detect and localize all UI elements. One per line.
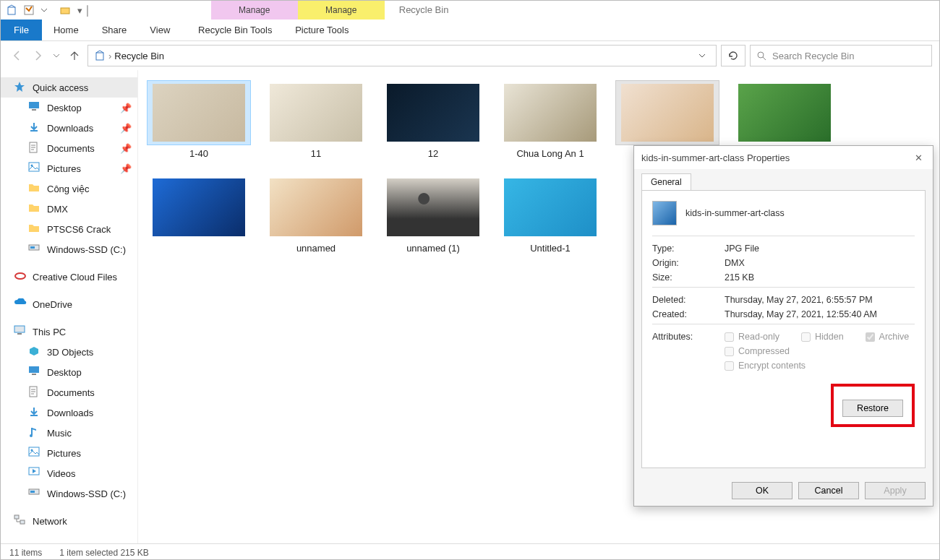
file-list[interactable]: 1-40 11 12 Chua Long An 1 kid unnamed un… — [138, 70, 939, 543]
status-selection: 1 item selected 215 KB — [59, 548, 148, 558]
file-item[interactable]: 1-40 — [147, 80, 251, 159]
tab-share[interactable]: Share — [90, 20, 139, 40]
sidebar-pictures2[interactable]: Pictures — [1, 443, 137, 463]
tab-home[interactable]: Home — [42, 20, 90, 40]
pin-icon: 📌 — [120, 163, 132, 174]
quick-access-toolbar: ▾ │ — [1, 1, 95, 20]
3d-icon — [28, 345, 41, 358]
desktop-icon — [28, 366, 41, 379]
search-placeholder: Search Recycle Bin — [772, 51, 854, 61]
sidebar-videos[interactable]: Videos — [1, 463, 137, 483]
address-bar[interactable]: › Recycle Bin — [87, 45, 717, 66]
sidebar-downloads[interactable]: Downloads📌 — [1, 118, 137, 138]
download-icon — [28, 406, 41, 419]
sidebar-winssd[interactable]: Windows-SSD (C:) — [1, 239, 137, 259]
folder-icon — [28, 223, 41, 236]
sidebar-winssd2[interactable]: Windows-SSD (C:) — [1, 483, 137, 504]
tab-file[interactable]: File — [1, 20, 42, 40]
properties-dialog: kids-in-summer-art-class Properties ✕ Ge… — [633, 145, 933, 507]
sidebar-documents2[interactable]: Documents — [1, 382, 137, 402]
attr-hidden: Hidden — [801, 332, 844, 342]
navigation-pane: Quick access Desktop📌 Downloads📌 Documen… — [1, 70, 138, 543]
pictures-icon — [28, 447, 41, 460]
sidebar-creativecloud[interactable]: Creative Cloud Files — [1, 267, 137, 287]
drive-icon — [28, 487, 41, 500]
sidebar-network[interactable]: Network — [1, 511, 137, 531]
attr-compressed: Compressed — [725, 346, 913, 356]
recent-dropdown[interactable] — [51, 47, 61, 64]
file-item[interactable]: Chua Long An 1 — [498, 80, 602, 159]
tab-view[interactable]: View — [138, 20, 181, 40]
properties-tabpage: kids-in-summer-art-class Type:JPG File O… — [641, 190, 926, 468]
back-button[interactable] — [8, 47, 25, 64]
search-icon — [756, 51, 766, 61]
file-item[interactable]: Untitled-1 — [498, 175, 602, 254]
sidebar-documents[interactable]: Documents📌 — [1, 138, 137, 158]
svg-rect-12 — [30, 246, 35, 249]
tab-general[interactable]: General — [641, 173, 691, 190]
close-button[interactable]: ✕ — [911, 152, 926, 163]
window-title: Recycle Bin — [385, 1, 449, 20]
thumbnail — [387, 178, 479, 236]
ok-button[interactable]: OK — [732, 482, 792, 499]
cancel-button[interactable]: Cancel — [798, 482, 859, 499]
restore-button[interactable]: Restore — [842, 400, 903, 417]
pictures-icon — [28, 162, 41, 175]
title-bar: ▾ │ Manage Manage Recycle Bin — [1, 1, 939, 20]
properties-icon[interactable] — [22, 4, 35, 17]
svg-rect-21 — [29, 447, 39, 456]
svg-rect-2 — [61, 8, 69, 14]
sidebar-pictures[interactable]: Pictures📌 — [1, 158, 137, 178]
desktop-icon — [28, 101, 41, 114]
thumbnail — [504, 178, 597, 236]
dialog-titlebar[interactable]: kids-in-summer-art-class Properties ✕ — [634, 146, 933, 169]
sidebar-music[interactable]: Music — [1, 423, 137, 443]
svg-rect-0 — [8, 7, 15, 14]
qat-dropdown-icon[interactable] — [41, 7, 47, 13]
thumbnail — [270, 178, 362, 236]
drive-icon — [28, 243, 41, 256]
apply-button[interactable]: Apply — [865, 482, 926, 499]
forward-button[interactable] — [30, 47, 47, 64]
thumbnail — [153, 178, 245, 236]
pin-icon: 📌 — [120, 103, 132, 113]
svg-point-20 — [30, 434, 33, 437]
properties-filename: kids-in-summer-art-class — [685, 208, 785, 218]
file-item[interactable]: unnamed (1) — [381, 175, 485, 254]
sidebar-dmx[interactable]: DMX — [1, 199, 137, 219]
file-item[interactable]: 11 — [264, 80, 368, 159]
sidebar-thispc[interactable]: This PC — [1, 322, 137, 342]
sidebar-desktop[interactable]: Desktop📌 — [1, 98, 137, 118]
sidebar-desktop2[interactable]: Desktop — [1, 362, 137, 382]
tab-picture-tools[interactable]: Picture Tools — [278, 20, 365, 40]
sidebar-congviec[interactable]: Công việc — [1, 178, 137, 199]
file-item[interactable]: 12 — [381, 80, 485, 159]
sidebar-onedrive[interactable]: OneDrive — [1, 294, 137, 314]
file-item[interactable]: unnamed — [264, 175, 368, 254]
thumbnail — [621, 84, 714, 142]
thumbnail — [504, 84, 597, 142]
folder-icon — [28, 182, 41, 195]
sidebar-ptscs6[interactable]: PTSCS6 Crack — [1, 219, 137, 239]
tab-recyclebin-tools[interactable]: Recycle Bin Tools — [192, 20, 278, 40]
svg-rect-9 — [29, 163, 39, 171]
music-icon — [28, 426, 41, 439]
svg-rect-5 — [29, 102, 39, 108]
sidebar-quick-access[interactable]: Quick access — [1, 77, 137, 98]
onedrive-icon — [14, 298, 27, 311]
search-box[interactable]: Search Recycle Bin — [750, 45, 932, 66]
star-icon — [14, 81, 27, 94]
contextual-tab-recyclebin: Manage — [211, 1, 298, 20]
sidebar-3dobjects[interactable]: 3D Objects — [1, 342, 137, 362]
thumbnail — [153, 84, 245, 142]
refresh-button[interactable] — [721, 45, 745, 66]
sidebar-downloads2[interactable]: Downloads — [1, 402, 137, 423]
address-dropdown[interactable] — [694, 48, 710, 64]
svg-rect-7 — [30, 130, 38, 132]
breadcrumb-icon — [91, 50, 108, 61]
file-item[interactable] — [147, 175, 251, 254]
navigation-bar: › Recycle Bin Search Recycle Bin — [1, 41, 939, 70]
breadcrumb-location[interactable]: Recycle Bin — [111, 51, 167, 61]
svg-point-13 — [15, 273, 25, 279]
up-button[interactable] — [66, 47, 83, 64]
